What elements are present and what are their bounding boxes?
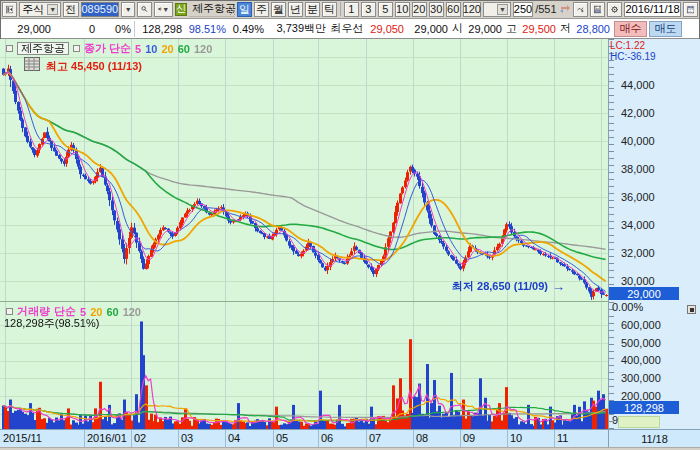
best-bid: 29,000 bbox=[407, 23, 451, 35]
gear-icon[interactable] bbox=[607, 2, 622, 17]
price-legend: 제주항공 종가 단순 5 10 20 60 120 bbox=[6, 41, 212, 56]
price-tick: 44,000 bbox=[621, 79, 655, 91]
dock-icon[interactable] bbox=[2, 2, 17, 17]
minute-button-5[interactable]: 5 bbox=[378, 2, 393, 17]
price-tick: 42,000 bbox=[621, 107, 655, 119]
tab-weekly[interactable]: 주 bbox=[254, 2, 269, 17]
new-listing-badge: 신 bbox=[175, 3, 187, 16]
date-label: 05 bbox=[276, 432, 288, 444]
volume-value: 128,298 bbox=[135, 23, 185, 35]
volume-tick: 300,000 bbox=[621, 372, 661, 384]
save-icon[interactable] bbox=[590, 2, 605, 17]
high-label: 고 bbox=[505, 21, 517, 36]
lc-value: LC:1.22 bbox=[610, 40, 645, 51]
volume-tick: 500,000 bbox=[621, 337, 661, 349]
chevron-down-icon[interactable]: ▼ bbox=[497, 4, 508, 15]
date-label: 02 bbox=[134, 432, 146, 444]
toolbar: 주식 ▼ 전 089590 ▼ ▼ 신 제주항공 일 주 월 년 분 틱 1 3… bbox=[0, 0, 700, 19]
code-dropdown-button[interactable]: ▼ bbox=[121, 2, 135, 17]
compare-arrows-icon[interactable] bbox=[559, 4, 571, 14]
tab-tick[interactable]: 틱 bbox=[322, 2, 337, 17]
checkbox-icon[interactable] bbox=[73, 45, 80, 52]
price-axis bbox=[608, 39, 700, 429]
minute-button-60[interactable]: 60 bbox=[446, 2, 461, 17]
high-price: 29,500 bbox=[517, 23, 559, 35]
sell-button[interactable]: 매도 bbox=[649, 21, 682, 37]
panel-expand-icon[interactable] bbox=[687, 305, 696, 314]
tab-minute[interactable]: 분 bbox=[305, 2, 320, 17]
date-label: 11 bbox=[557, 432, 568, 444]
date-label: 10 bbox=[510, 432, 522, 444]
minute-button-120[interactable]: 120 bbox=[463, 2, 481, 17]
tab-daily[interactable]: 일 bbox=[237, 2, 252, 17]
volume-tick: 400,000 bbox=[621, 354, 661, 366]
chevron-down-icon: ▼ bbox=[162, 6, 169, 13]
lowest-price-annotation: 최저 28,650 (11/09) → bbox=[452, 279, 565, 294]
prev-stock-button[interactable]: 전 bbox=[63, 2, 78, 17]
price-chart-canvas[interactable] bbox=[0, 39, 608, 301]
date-axis-end: 11/18 bbox=[608, 430, 700, 448]
chevron-down-icon: ▼ bbox=[125, 6, 132, 13]
date-input[interactable]: 2016/11/18 bbox=[624, 2, 680, 17]
trendline-tool-icon[interactable] bbox=[573, 2, 588, 17]
current-change-pct: 0.00% bbox=[612, 301, 643, 313]
current-price: 29,000 bbox=[0, 23, 54, 35]
sound-icon[interactable]: ▼ bbox=[154, 2, 173, 17]
stock-code-input[interactable]: 089590 bbox=[81, 2, 120, 17]
candle-total-label: /551 bbox=[535, 3, 556, 15]
price-tick: 38,000 bbox=[621, 163, 655, 175]
legend-vma60: 60 bbox=[106, 306, 118, 318]
legend-ma20: 20 bbox=[161, 43, 173, 55]
date-label: 2016/01 bbox=[87, 432, 127, 444]
date-label: 06 bbox=[321, 432, 333, 444]
date-label: 04 bbox=[228, 432, 240, 444]
chevron-down-icon[interactable]: ▼ bbox=[47, 4, 58, 15]
legend-ma60: 60 bbox=[178, 43, 190, 55]
date-axis[interactable]: 2015/11 2016/01 02 03 04 05 06 07 08 09 … bbox=[0, 429, 700, 447]
asset-type-select[interactable]: 주식 ▼ bbox=[19, 2, 61, 17]
date-label: 08 bbox=[416, 432, 428, 444]
minute-button-3[interactable]: 3 bbox=[361, 2, 376, 17]
buy-button[interactable]: 매수 bbox=[614, 21, 647, 37]
calendar-icon[interactable] bbox=[683, 2, 698, 17]
current-volume-text: 128,298주(98.51%) bbox=[4, 316, 99, 331]
price-change-pct: 0% bbox=[98, 23, 134, 35]
candle-count-input[interactable]: 250 bbox=[513, 2, 533, 17]
legend-ma-prefix: 종가 단순 bbox=[84, 41, 131, 56]
checkbox-icon[interactable] bbox=[6, 308, 13, 315]
panel-splitter[interactable] bbox=[0, 301, 608, 302]
checkbox-icon[interactable] bbox=[6, 45, 13, 52]
stock-name-label: 제주항공 bbox=[189, 2, 235, 17]
search-icon[interactable] bbox=[137, 2, 152, 17]
interval-select[interactable]: ▼ bbox=[483, 2, 511, 17]
volume-tick: 600,000 bbox=[621, 319, 661, 331]
price-tick: 32,000 bbox=[621, 247, 655, 259]
chart-area: 제주항공 종가 단순 5 10 20 60 120 최고 45,450 (11/… bbox=[0, 39, 700, 450]
divider bbox=[340, 2, 341, 16]
lowest-price-text: 최저 28,650 (11/09) bbox=[452, 279, 548, 294]
tab-monthly[interactable]: 월 bbox=[271, 2, 286, 17]
price-tick: 40,000 bbox=[621, 135, 655, 147]
minute-button-10[interactable]: 10 bbox=[395, 2, 410, 17]
date-label: 09 bbox=[463, 432, 475, 444]
hc-value: HC:-36.19 bbox=[610, 51, 656, 62]
legend-stock-name[interactable]: 제주항공 bbox=[17, 42, 69, 55]
price-tick: 36,000 bbox=[621, 191, 655, 203]
date-label: 2015/11 bbox=[3, 432, 42, 444]
asset-type-label: 주식 bbox=[22, 2, 44, 17]
minute-button-20[interactable]: 20 bbox=[412, 2, 427, 17]
axis-footer-cell bbox=[618, 416, 660, 428]
minute-button-30[interactable]: 30 bbox=[429, 2, 444, 17]
tab-yearly[interactable]: 년 bbox=[288, 2, 303, 17]
data-table-icon[interactable] bbox=[24, 57, 40, 75]
resize-grip[interactable] bbox=[228, 8, 235, 15]
price-tick: 30,000 bbox=[621, 275, 655, 287]
stock-chart-window: 주식 ▼ 전 089590 ▼ ▼ 신 제주항공 일 주 월 년 분 틱 1 3… bbox=[0, 0, 700, 450]
quote-bar: 29,000 0 0% 128,298 98.51% 0.49% 3,739백만… bbox=[0, 19, 700, 39]
minute-button-1[interactable]: 1 bbox=[344, 2, 359, 17]
price-tick: 34,000 bbox=[621, 219, 655, 231]
open-price: 29,000 bbox=[463, 23, 505, 35]
legend-ma120: 120 bbox=[194, 43, 212, 55]
low-price: 28,800 bbox=[571, 23, 613, 35]
open-label: 시 bbox=[451, 21, 463, 36]
